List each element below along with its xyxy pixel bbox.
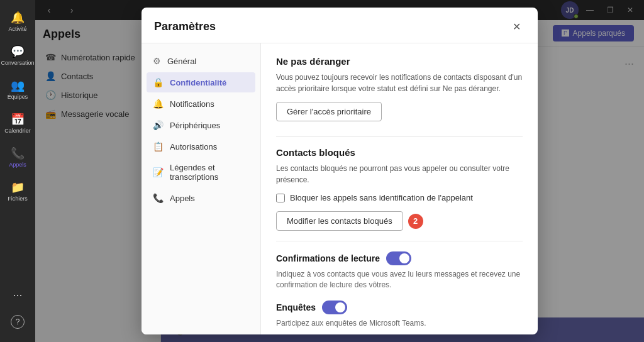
toggle-slider [386, 251, 411, 265]
phone-icon: 📞 [153, 193, 164, 203]
activity-icon: 🔔 [11, 11, 25, 25]
nav-label: Général [167, 57, 196, 66]
sidebar-item-appels[interactable]: 📞 Appels [3, 141, 33, 174]
sidebar-item-label: Activité [8, 26, 26, 32]
modal-nav: ⚙ Général 🔒 Confidentialité 🔔 Notificati… [142, 43, 261, 334]
modify-blocked-container: Modifier les contacts bloqués 2 [276, 211, 523, 231]
toggle-slider-surveys [322, 301, 347, 314]
sidebar-item-activite[interactable]: 🔔 Activité [3, 5, 33, 38]
sidebar-item-equipes[interactable]: 👥 Équipes [3, 73, 33, 106]
blocked-section-title: Contacts bloqués [276, 147, 523, 158]
checkbox-row: Bloquer les appels sans identification d… [276, 193, 523, 202]
nav-label: Autorisations [170, 142, 217, 152]
modify-blocked-button[interactable]: Modifier les contacts bloqués [276, 211, 403, 231]
surveys-toggle[interactable] [322, 301, 347, 314]
sidebar-item-label: Appels [9, 162, 26, 168]
sidebar-item-label: Équipes [8, 94, 28, 100]
gear-icon: ⚙ [153, 56, 161, 66]
blocked-count-badge: 2 [408, 214, 423, 229]
surveys-title: Enquêtes [276, 302, 316, 312]
nav-label: Notifications [170, 99, 214, 109]
nav-item-peripheriques[interactable]: 🔊 Périphériques [147, 115, 255, 135]
bell-icon: 🔔 [153, 99, 164, 109]
nav-item-notifications[interactable]: 🔔 Notifications [147, 94, 255, 114]
calls-icon: 📞 [11, 146, 25, 160]
clipboard-icon: 📋 [153, 141, 164, 152]
read-receipts-title: Confirmations de lecture [276, 253, 380, 263]
nav-item-appels[interactable]: 📞 Appels [147, 188, 255, 208]
nav-item-general[interactable]: ⚙ Général [147, 51, 255, 71]
nav-label: Légendes et transcriptions [170, 163, 249, 182]
nav-label: Appels [170, 194, 195, 203]
modal-overlay: Paramètres ✕ ⚙ Général 🔒 Confidentialité… [35, 0, 644, 342]
sidebar-more[interactable]: ··· [13, 289, 22, 302]
sidebar-item-label: Conversation [1, 60, 34, 66]
settings-modal: Paramètres ✕ ⚙ Général 🔒 Confidentialité… [142, 8, 538, 334]
section-divider-2 [276, 241, 523, 241]
help-icon: ? [11, 315, 25, 329]
read-receipts-desc: Indiquez à vos contacts que vous avez lu… [276, 269, 523, 290]
blocked-description: Les contacts bloqués ne pourront pas vou… [276, 163, 523, 185]
modal-body: ⚙ Général 🔒 Confidentialité 🔔 Notificati… [142, 43, 538, 334]
manage-priority-button[interactable]: Gérer l'accès prioritaire [276, 102, 382, 121]
nav-item-autorisations[interactable]: 📋 Autorisations [147, 136, 255, 157]
lock-icon: 🔒 [153, 77, 164, 87]
nav-item-legendes[interactable]: 📝 Légendes et transcriptions [147, 158, 255, 187]
checkbox-label: Bloquer les appels sans identification d… [290, 193, 473, 202]
block-anonymous-checkbox[interactable] [276, 194, 285, 202]
speaker-icon: 🔊 [153, 120, 164, 130]
sidebar-item-calendrier[interactable]: 📅 Calendrier [3, 107, 33, 140]
chat-icon: 💬 [11, 45, 25, 58]
transcript-icon: 📝 [153, 167, 164, 177]
sidebar-item-conversation[interactable]: 💬 Conversation [3, 39, 33, 72]
sidebar-item-fichiers[interactable]: 📁 Fichiers [3, 175, 33, 207]
sidebar-help[interactable]: ? [3, 307, 33, 337]
modal-close-button[interactable]: ✕ [508, 18, 525, 35]
surveys-row: Enquêtes [276, 301, 523, 314]
section-divider-1 [276, 136, 523, 137]
surveys-desc: Participez aux enquêtes de Microsoft Tea… [276, 318, 523, 329]
modal-content-area: Ne pas déranger Vous pouvez toujours rec… [261, 43, 538, 334]
nav-label: Périphériques [170, 121, 220, 130]
teams-icon: 👥 [11, 79, 25, 92]
nav-item-confidentialite[interactable]: 🔒 Confidentialité [147, 72, 255, 92]
sidebar: 🔔 Activité 💬 Conversation 👥 Équipes 📅 Ca… [0, 0, 35, 342]
main-area: ‹ › JD — ❐ ✕ Appels ☎ Numérotation rapid… [35, 0, 644, 342]
nav-label: Confidentialité [170, 78, 226, 87]
modal-title: Paramètres [154, 20, 216, 33]
modal-header: Paramètres ✕ [142, 8, 538, 43]
files-icon: 📁 [11, 180, 25, 194]
dnd-section-title: Ne pas déranger [276, 56, 523, 67]
read-receipts-toggle[interactable] [386, 251, 411, 265]
read-receipts-row: Confirmations de lecture [276, 251, 523, 265]
calendar-icon: 📅 [11, 113, 25, 126]
sidebar-item-label: Fichiers [8, 196, 28, 202]
dnd-description: Vous pouvez toujours recevoir les notifi… [276, 72, 523, 94]
sidebar-item-label: Calendrier [4, 128, 31, 134]
